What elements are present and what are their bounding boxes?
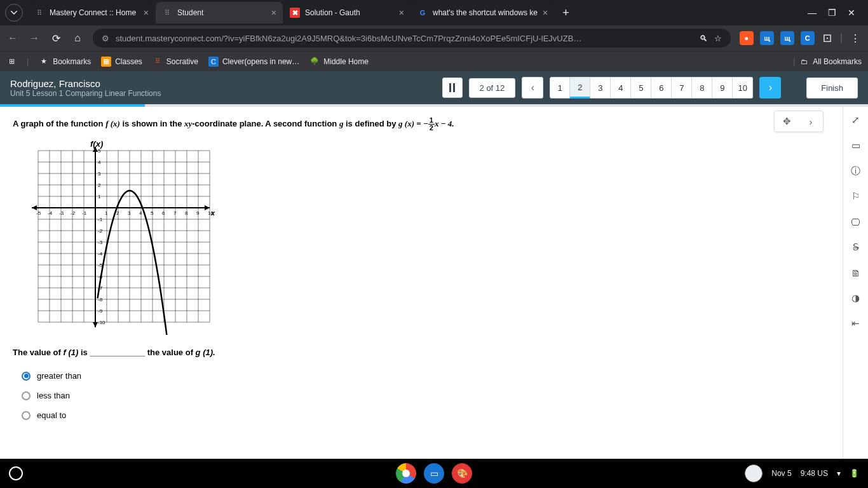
taskbar-app-icon[interactable]: 🎨	[452, 463, 472, 484]
question-nav-item[interactable]: 8	[692, 77, 712, 98]
back-button[interactable]: ←	[6, 32, 19, 44]
question-nav-item[interactable]: 9	[712, 77, 733, 98]
battery-icon[interactable]: 🔋	[850, 469, 859, 478]
question-navigator: 1 2 3 4 5 6 7 8 9 10	[550, 77, 753, 98]
extension-icon[interactable]: щ	[780, 31, 794, 45]
tab-close-icon[interactable]: ×	[543, 8, 548, 18]
expand-tool-icon[interactable]: ›	[799, 111, 823, 132]
bookmark-item[interactable]: ⠿Socrative	[153, 57, 198, 67]
svg-text:-5: -5	[36, 210, 41, 216]
student-name: Rodriguez, Francisco	[10, 78, 161, 89]
notes-icon[interactable]: 🗎	[848, 264, 864, 281]
user-avatar[interactable]	[745, 464, 763, 482]
svg-text:-1: -1	[82, 210, 87, 216]
next-question-button[interactable]: ›	[759, 77, 781, 98]
close-window-icon[interactable]: ✕	[848, 8, 855, 18]
url-input[interactable]: ⚙ student.masteryconnect.com/?iv=yiFBfkN…	[93, 29, 731, 48]
function-graph: f(x) x -5-4-3-2-11234567891054321-1-2-3-…	[19, 138, 216, 335]
extension-icon[interactable]: ●	[740, 31, 754, 45]
question-nav-item[interactable]: 6	[651, 77, 672, 98]
extensions-button[interactable]: ⚀	[821, 32, 834, 44]
browser-tab[interactable]: ⠿ Mastery Connect :: Home ×	[28, 2, 155, 24]
bookmark-star-icon[interactable]: ☆	[714, 34, 722, 43]
restore-icon[interactable]: ❐	[828, 8, 836, 18]
monitor-icon[interactable]: 🖵	[848, 214, 864, 230]
question-nav-item[interactable]: 1	[550, 77, 570, 98]
taskbar-app-icon[interactable]: ▭	[424, 463, 444, 484]
svg-text:6: 6	[162, 210, 165, 216]
tab-close-icon[interactable]: ×	[399, 8, 404, 18]
move-tool-icon[interactable]: ✥	[775, 111, 799, 132]
rectangle-tool-icon[interactable]: ▭	[848, 137, 864, 154]
progress-indicator: 2 of 12	[469, 78, 516, 98]
tab-close-icon[interactable]: ×	[144, 8, 149, 18]
question-nav-item-current[interactable]: 2	[570, 77, 590, 98]
question-nav-item[interactable]: 3	[590, 77, 611, 98]
svg-text:5: 5	[151, 210, 154, 216]
question-nav-item[interactable]: 5	[631, 77, 651, 98]
pause-icon	[449, 83, 455, 92]
new-tab-button[interactable]: +	[555, 6, 577, 20]
all-bookmarks-button[interactable]: 🗀All Bookmarks	[799, 57, 862, 67]
fullscreen-icon[interactable]: ⤢	[848, 112, 864, 128]
strikethrough-icon[interactable]: S̶	[848, 239, 864, 255]
browser-tab[interactable]: ✖ Solution - Gauth ×	[283, 2, 410, 24]
answer-option[interactable]: greater than	[22, 371, 830, 381]
question-stem: A graph of the function f (x) is shown i…	[13, 117, 830, 132]
browser-menu-button[interactable]: ⋮	[849, 32, 862, 44]
protractor-icon[interactable]: ◑	[848, 290, 864, 306]
reload-button[interactable]: ⟳	[50, 32, 62, 44]
svg-text:-9: -9	[98, 308, 103, 314]
minimize-icon[interactable]: —	[808, 8, 817, 18]
chrome-app-icon[interactable]	[396, 463, 416, 484]
taskbar-date[interactable]: Nov 5	[771, 469, 791, 478]
accessibility-icon[interactable]: ⓘ	[848, 163, 864, 179]
apps-button[interactable]: ⊞	[6, 57, 17, 67]
bookmark-item[interactable]: 🌳Middle Home	[309, 57, 369, 67]
content-area: A graph of the function f (x) is shown i…	[0, 107, 868, 461]
question-nav-item[interactable]: 4	[611, 77, 631, 98]
tab-dropdown-button[interactable]	[5, 4, 23, 22]
question-prompt: The value of f (1) is ____________ the v…	[13, 348, 830, 357]
svg-text:-10: -10	[98, 320, 105, 325]
forward-button[interactable]: →	[28, 32, 41, 44]
pause-button[interactable]	[442, 78, 463, 98]
launcher-button[interactable]	[9, 466, 23, 480]
svg-text:3: 3	[128, 210, 131, 216]
extension-clever-icon[interactable]: C	[801, 31, 815, 45]
question-nav-item[interactable]: 10	[733, 77, 753, 98]
tab-title: Mastery Connect :: Home	[50, 8, 139, 17]
wifi-icon[interactable]: ▾	[837, 469, 841, 478]
question-nav-item[interactable]: 7	[672, 77, 692, 98]
option-label: equal to	[37, 410, 66, 420]
collapse-icon[interactable]: ⇤	[848, 315, 864, 332]
taskbar-time[interactable]: 9:48 US	[801, 469, 828, 478]
svg-text:8: 8	[185, 210, 188, 216]
svg-text:3: 3	[98, 171, 101, 177]
answer-option[interactable]: less than	[22, 391, 830, 400]
svg-text:-4: -4	[98, 251, 103, 257]
extension-icon[interactable]: щ	[760, 31, 774, 45]
flag-icon[interactable]: ⚐	[848, 188, 864, 205]
browser-tab-strip: ⠿ Mastery Connect :: Home × ⠿ Student × …	[0, 0, 868, 25]
option-label: less than	[37, 391, 70, 400]
prev-question-button[interactable]: ‹	[522, 77, 543, 98]
svg-text:1: 1	[98, 194, 101, 200]
svg-text:-2: -2	[71, 210, 76, 216]
finish-button[interactable]: Finish	[806, 78, 858, 98]
extension-icons: ● щ щ C ⚀ | ⋮	[740, 31, 862, 45]
site-info-icon[interactable]: ⚙	[102, 34, 109, 43]
search-in-page-icon[interactable]: 🔍︎	[700, 34, 708, 43]
tab-favicon-icon: ⠿	[162, 8, 172, 18]
tab-title: what's the shortcut windows ke	[433, 8, 538, 17]
svg-text:10: 10	[208, 210, 214, 216]
tab-close-icon[interactable]: ×	[271, 8, 276, 18]
svg-text:1: 1	[105, 210, 108, 216]
answer-option[interactable]: equal to	[22, 410, 830, 420]
browser-tab-active[interactable]: ⠿ Student ×	[156, 2, 283, 24]
bookmark-item[interactable]: ▦Classes	[101, 57, 142, 67]
bookmark-item[interactable]: ★Bookmarks	[39, 57, 91, 67]
home-button[interactable]: ⌂	[71, 32, 84, 44]
bookmark-item[interactable]: CClever(opens in new…	[208, 57, 299, 67]
browser-tab[interactable]: G what's the shortcut windows ke ×	[411, 2, 554, 24]
